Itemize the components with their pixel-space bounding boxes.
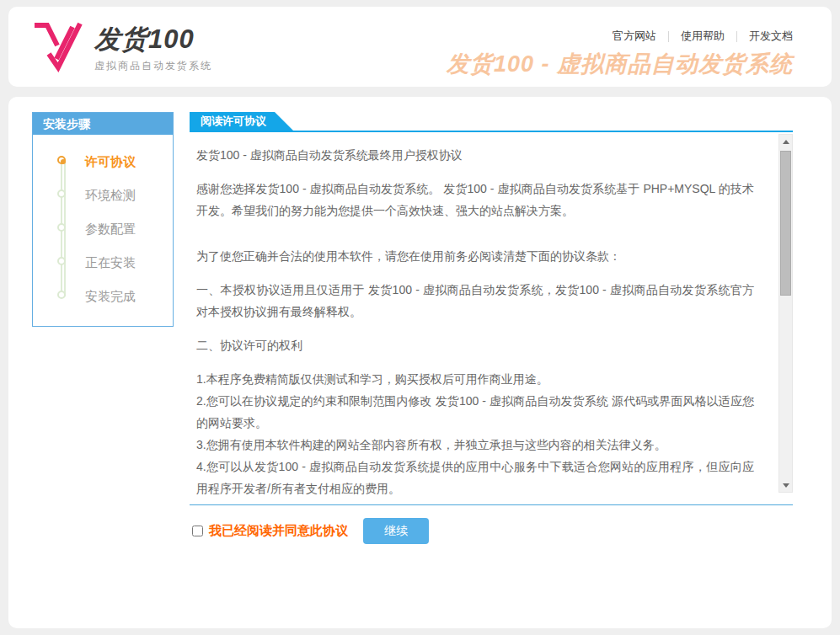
vertical-scrollbar[interactable]: [778, 134, 793, 493]
license-paragraph: [196, 267, 754, 279]
license-paragraph: 2.您可以在协议规定的约束和限制范围内修改 发货100 - 虚拟商品自动发货系统…: [196, 390, 754, 434]
continue-button[interactable]: 继续: [363, 518, 429, 544]
slogan: 发货100 - 虚拟商品自动发货系统: [447, 49, 793, 79]
nav-link-official-site[interactable]: 官方网站: [613, 29, 656, 44]
install-steps-panel: 安装步骤 许可协议 环境检测 参数配置 正在安装 安装完成: [32, 112, 174, 327]
logo-icon: [30, 19, 84, 74]
header: 发货100 虚拟商品自动发货系统 官方网站 使用帮助 开发文档 发货100 - …: [8, 7, 832, 87]
logo-subtitle: 虚拟商品自动发货系统: [94, 59, 212, 73]
nav-link-help[interactable]: 使用帮助: [681, 29, 725, 44]
step-complete: 安装完成: [33, 280, 173, 313]
scrollbar-thumb[interactable]: [780, 151, 791, 296]
step-dot-active-icon: [57, 156, 66, 164]
step-label: 安装完成: [85, 289, 136, 305]
step-label: 正在安装: [85, 255, 136, 271]
main-panel: 安装步骤 许可协议 环境检测 参数配置 正在安装 安装完成: [8, 97, 832, 628]
logo[interactable]: 发货100 虚拟商品自动发货系统: [30, 19, 212, 74]
license-text: 发货100 - 虚拟商品自动发货系统最终用户授权协议 感谢您选择发货100 - …: [190, 132, 793, 494]
step-label: 环境检测: [85, 188, 136, 204]
license-paragraph: [196, 221, 754, 233]
agreement-controls: 我已经阅读并同意此协议 继续: [190, 518, 793, 544]
scroll-up-button[interactable]: [779, 135, 792, 148]
nav-link-dev-docs[interactable]: 开发文档: [749, 29, 793, 44]
agree-label[interactable]: 我已经阅读并同意此协议: [209, 523, 348, 539]
agree-checkbox[interactable]: [192, 526, 203, 536]
license-paragraph: 3.您拥有使用本软件构建的网站全部内容所有权，并独立承担与这些内容的相关法律义务…: [196, 434, 754, 456]
content-divider: [190, 504, 793, 505]
license-paragraph: [196, 356, 754, 368]
license-paragraph: 一、本授权协议适用且仅适用于 发货100 - 虚拟商品自动发货系统，发货100 …: [196, 279, 754, 323]
scroll-down-button[interactable]: [779, 478, 792, 492]
license-paragraph: [196, 323, 754, 334]
license-paragraph: 4.您可以从发货100 - 虚拟商品自动发货系统提供的应用中心服务中下载适合您网…: [196, 456, 754, 494]
step-installing: 正在安装: [33, 246, 173, 280]
top-nav: 官方网站 使用帮助 开发文档: [613, 29, 793, 44]
license-paragraph: 为了使您正确并合法的使用本软件，请您在使用前务必阅读清楚下面的协议条款：: [196, 245, 754, 267]
install-steps-title: 安装步骤: [33, 113, 173, 135]
arrow-down-icon: [783, 483, 789, 488]
install-steps-list: 许可协议 环境检测 参数配置 正在安装 安装完成: [33, 135, 173, 326]
logo-title: 发货100: [94, 25, 212, 54]
step-dot-icon: [57, 257, 66, 265]
step-environment-check: 环境检测: [33, 179, 173, 212]
license-paragraph: [196, 233, 754, 245]
step-label: 许可协议: [85, 154, 136, 170]
nav-separator: [736, 31, 737, 42]
license-paragraph: [196, 166, 754, 178]
step-label: 参数配置: [85, 221, 136, 237]
license-paragraph: 二、协议许可的权利: [196, 334, 754, 356]
arrow-up-icon: [783, 140, 789, 144]
nav-separator: [668, 31, 669, 42]
step-license: 许可协议: [33, 145, 173, 179]
step-parameter-config: 参数配置: [33, 212, 173, 246]
license-paragraph: 感谢您选择发货100 - 虚拟商品自动发货系统。 发货100 - 虚拟商品自动发…: [196, 178, 754, 221]
tab-read-license: 阅读许可协议: [190, 112, 293, 131]
license-paragraph: 1.本程序免费精简版仅供测试和学习，购买授权后可用作商业用途。: [196, 368, 754, 390]
license-scroll-area: 发货100 - 虚拟商品自动发货系统最终用户授权协议 感谢您选择发货100 - …: [190, 132, 793, 494]
step-dot-icon: [57, 223, 66, 232]
step-dot-icon: [57, 189, 66, 198]
license-section: 阅读许可协议 发货100 - 虚拟商品自动发货系统最终用户授权协议 感谢您选择发…: [190, 112, 793, 544]
step-dot-icon: [57, 291, 66, 299]
license-paragraph: 发货100 - 虚拟商品自动发货系统最终用户授权协议: [196, 144, 754, 166]
